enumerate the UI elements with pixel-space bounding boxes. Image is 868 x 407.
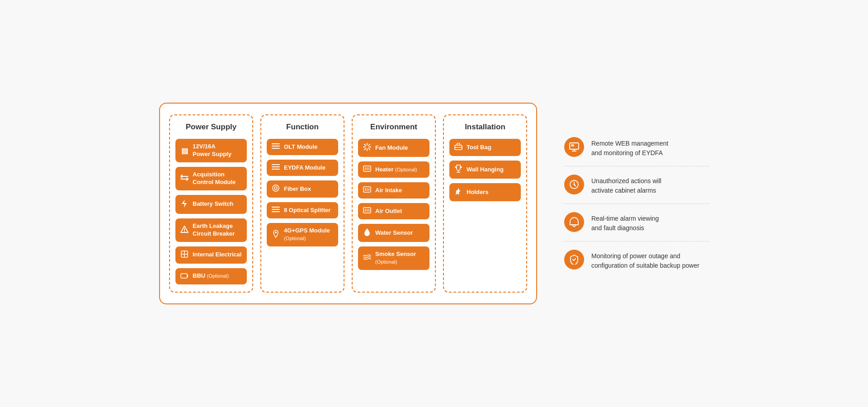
- item-label: Holders: [467, 189, 488, 196]
- item-button[interactable]: EYDFA Module: [267, 160, 338, 176]
- main-container: Power Supply▤12V/16APower SupplyAcquisit…: [141, 85, 727, 322]
- item-label: Heater (Optional): [375, 166, 417, 174]
- svg-rect-38: [571, 144, 574, 147]
- item-button[interactable]: 4G+GPS Module (Optional): [267, 223, 338, 246]
- svg-point-14: [274, 187, 277, 189]
- item-icon: [180, 272, 189, 280]
- feature-item: Monitoring of power outage andconfigurat…: [564, 241, 709, 279]
- item-button[interactable]: Air Outlet: [358, 203, 429, 219]
- item-label: 4G+GPS Module (Optional): [284, 227, 334, 242]
- item-icon: [271, 230, 280, 240]
- feature-icon: [564, 250, 584, 270]
- item-icon: [363, 228, 372, 238]
- svg-rect-5: [181, 274, 187, 278]
- item-button[interactable]: Holders: [449, 183, 521, 201]
- column-title: Environment: [370, 123, 417, 132]
- item-icon: [363, 143, 372, 153]
- item-button[interactable]: AcquisitionControl Module: [175, 167, 247, 190]
- svg-point-1: [184, 231, 185, 232]
- item-label: EYDFA Module: [284, 164, 326, 172]
- item-button[interactable]: Water Sensor: [358, 224, 429, 242]
- feature-text: Monitoring of power outage andconfigurat…: [591, 250, 699, 270]
- item-button[interactable]: Battery Switch: [175, 195, 247, 214]
- feature-icon: [564, 137, 584, 157]
- item-label: Tool Bag: [467, 144, 491, 151]
- item-label: Air Outlet: [375, 208, 402, 215]
- item-label: Water Sensor: [375, 229, 413, 237]
- item-button[interactable]: Fan Module: [358, 139, 429, 157]
- svg-point-13: [273, 185, 279, 191]
- column-title: Installation: [465, 123, 505, 132]
- item-button[interactable]: OLT Module: [267, 139, 338, 155]
- column-title: Power Supply: [186, 123, 236, 132]
- item-label: Internal Electrical: [193, 251, 241, 259]
- item-button[interactable]: Internal Electrical: [175, 246, 247, 264]
- feature-text: Unauthorized actions willactivate cabine…: [591, 175, 661, 195]
- feature-icon: [564, 175, 584, 194]
- item-button[interactable]: Tool Bag: [449, 139, 521, 156]
- item-label: 12V/16APower Supply: [193, 143, 231, 158]
- column-title: Function: [286, 123, 319, 132]
- item-icon: [454, 143, 463, 152]
- item-label: Fan Module: [375, 144, 408, 152]
- item-icon: [180, 226, 189, 235]
- item-button[interactable]: Air Intake: [358, 182, 429, 199]
- item-label: Smoke Sensor (Optional): [375, 251, 425, 266]
- column-power-supply: Power Supply▤12V/16APower SupplyAcquisit…: [169, 114, 253, 292]
- item-icon: [454, 187, 463, 197]
- item-icon: [363, 207, 372, 215]
- item-icon: [363, 166, 372, 174]
- features-list: Remote WEB managementand monitoring of E…: [564, 129, 709, 279]
- feature-item: Real-time alarm viewingand fault diagnos…: [564, 204, 709, 241]
- item-icon: [363, 254, 372, 262]
- item-button[interactable]: Fiber Box: [267, 180, 338, 198]
- feature-text: Real-time alarm viewingand fault diagnos…: [591, 212, 659, 233]
- item-icon: [271, 143, 280, 151]
- item-label: Air Intake: [375, 187, 402, 194]
- item-icon: [180, 199, 189, 210]
- outer-box: Power Supply▤12V/16APower SupplyAcquisit…: [159, 103, 537, 304]
- item-label: BBU (Optional): [193, 272, 229, 280]
- item-label: Wall Hanging: [467, 166, 504, 174]
- feature-text: Remote WEB managementand monitoring of E…: [591, 137, 668, 158]
- item-label: 8 Optical Splitter: [284, 207, 330, 214]
- item-icon: [271, 185, 280, 194]
- item-button[interactable]: ▤12V/16APower Supply: [175, 139, 247, 162]
- item-icon: [271, 206, 280, 214]
- item-label: Fiber Box: [284, 185, 311, 193]
- item-icon: [271, 164, 280, 172]
- column-function: FunctionOLT ModuleEYDFA ModuleFiber Box8…: [260, 114, 344, 292]
- feature-item: Remote WEB managementand monitoring of E…: [564, 129, 709, 166]
- column-environment: EnvironmentFan ModuleHeater (Optional)Ai…: [352, 114, 436, 292]
- item-icon: [454, 165, 463, 175]
- item-button[interactable]: Wall Hanging: [449, 161, 521, 179]
- item-label: Battery Switch: [193, 200, 233, 208]
- item-button[interactable]: Smoke Sensor (Optional): [358, 246, 429, 270]
- item-icon: [180, 251, 189, 260]
- item-label: AcquisitionControl Module: [193, 171, 236, 186]
- item-button[interactable]: Heater (Optional): [358, 161, 429, 178]
- feature-icon: [564, 212, 584, 232]
- svg-rect-6: [187, 274, 188, 277]
- svg-point-42: [574, 184, 575, 185]
- feature-item: Unauthorized actions willactivate cabine…: [564, 166, 709, 204]
- item-label: Earth LeakageCircuit Breaker: [193, 222, 235, 238]
- item-button[interactable]: BBU (Optional): [175, 268, 247, 284]
- item-button[interactable]: 8 Optical Splitter: [267, 202, 338, 218]
- item-icon: [180, 175, 189, 183]
- item-icon: ▤: [180, 147, 189, 155]
- svg-point-18: [275, 232, 277, 233]
- column-installation: InstallationTool BagWall HangingHolders: [443, 114, 527, 292]
- item-icon: [363, 186, 372, 194]
- item-label: OLT Module: [284, 143, 317, 151]
- item-button[interactable]: Earth LeakageCircuit Breaker: [175, 218, 247, 242]
